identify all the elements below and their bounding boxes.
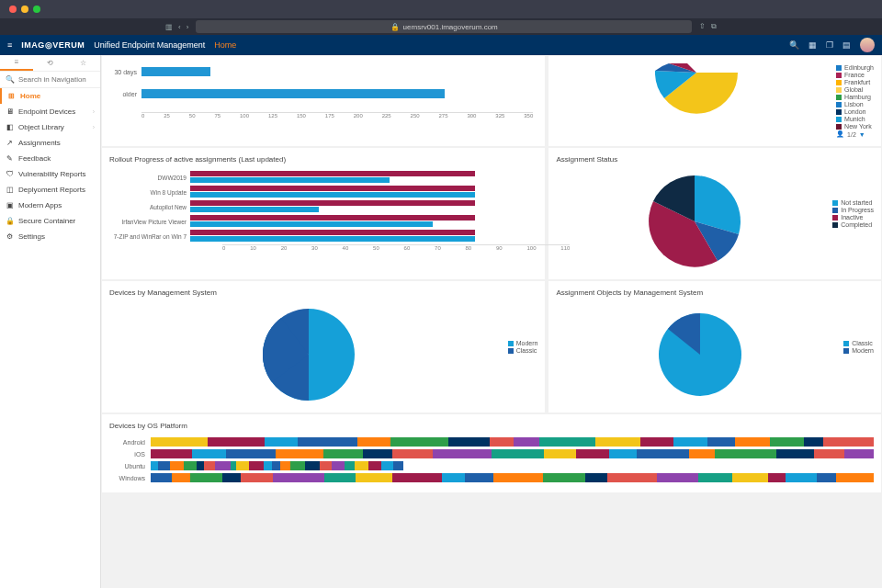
os-row: Windows: [109, 473, 874, 482]
rollout-bar-total: [190, 200, 475, 206]
pie-top-partial: [655, 63, 738, 119]
forward-icon[interactable]: ›: [187, 23, 189, 31]
min-dot[interactable]: [21, 6, 28, 13]
os-bar: [151, 437, 874, 447]
os-label: Windows: [109, 475, 151, 481]
tick: 25: [164, 113, 170, 119]
sidebar: ≡ ⟲ ☆ 🔍 ⊞Home🖥Endpoint Devices›◧Object L…: [0, 55, 101, 588]
max-dot[interactable]: [33, 6, 40, 13]
rollout-row: 7-ZIP and WinRar on Win 7: [109, 230, 537, 243]
legend-pager[interactable]: 👤1/2▼: [836, 130, 874, 138]
rollout-bar-total: [190, 215, 475, 220]
rollout-bar-total: [190, 171, 475, 176]
tick: 0: [222, 245, 225, 251]
nav-icon: ↗: [6, 139, 14, 147]
tick: 50: [373, 245, 379, 251]
tick: 325: [495, 113, 504, 119]
legend-item: Global: [836, 86, 874, 93]
share-icon[interactable]: ⇧: [699, 22, 706, 31]
main-content: 30 days older 02550751001251501752002252…: [101, 55, 882, 588]
pie-assign-status: [644, 171, 745, 272]
tick: 100: [240, 113, 249, 119]
legend-item: Edinburgh: [836, 64, 874, 71]
nav-icon: 🛡: [6, 170, 14, 178]
os-row: Ubuntu: [109, 461, 874, 470]
rollout-bar-total: [190, 230, 475, 235]
rollout-bar-done: [190, 236, 475, 242]
nav-item-home[interactable]: ⊞Home: [0, 88, 100, 104]
sidebar-toggle-icon[interactable]: ▥: [165, 23, 173, 31]
legend-item: London: [836, 108, 874, 115]
nav-item-vulnerability-reports[interactable]: 🛡Vulnerability Reports: [0, 166, 100, 182]
bar-30days: [141, 67, 210, 76]
rollout-bar-done: [190, 192, 475, 198]
nav-item-settings[interactable]: ⚙Settings: [0, 229, 100, 244]
search-icon: 🔍: [6, 75, 15, 84]
close-dot[interactable]: [9, 6, 17, 13]
nav-label: Object Library: [18, 123, 64, 131]
search-icon[interactable]: 🔍: [789, 40, 799, 50]
tabs-icon[interactable]: ⧉: [711, 22, 717, 31]
legend-item: Classic: [508, 347, 538, 354]
nav-label: Modern Apps: [18, 201, 62, 209]
legend-item: Inactive: [832, 214, 874, 220]
chart-age-bars: 30 days older 02550751001251501752002252…: [109, 63, 537, 119]
menu-icon[interactable]: ≡: [7, 40, 12, 50]
nav-item-secure-container[interactable]: 🔒Secure Container: [0, 213, 100, 229]
tick: 175: [325, 113, 334, 119]
chevron-down-icon[interactable]: ▼: [859, 131, 865, 138]
nav-item-assignments[interactable]: ↗Assignments: [0, 135, 100, 151]
sidebar-tab-fav[interactable]: ☆: [67, 55, 100, 71]
nav-icon: ⚙: [6, 232, 14, 241]
macos-traffic-lights: [0, 0, 882, 18]
avatar[interactable]: [860, 38, 875, 52]
rollout-label: Autopilot New: [109, 204, 190, 210]
chevron-right-icon: ›: [93, 108, 95, 115]
back-icon[interactable]: ‹: [178, 23, 181, 31]
rollout-row: DWW2019: [109, 171, 537, 184]
card-top-pie: EdinburghFranceFrankfurtGlobalHamburgLis…: [548, 56, 881, 146]
lock-icon: 🔒: [390, 23, 400, 31]
bar-label: older: [109, 91, 137, 97]
logo: IMAG◎VERUM: [21, 40, 85, 50]
nav-item-endpoint-devices[interactable]: 🖥Endpoint Devices›: [0, 104, 100, 119]
nav-item-object-library[interactable]: ◧Object Library›: [0, 119, 100, 135]
nav-label: Feedback: [18, 154, 51, 163]
nav-icon: ◧: [6, 123, 14, 131]
app-header: ≡ IMAG◎VERUM Unified Endpoint Management…: [0, 35, 882, 55]
os-bar: [151, 473, 874, 482]
card-dev-mgmt: Devices by Management System: [102, 281, 545, 413]
nav-label: Deplyoment Reports: [18, 186, 85, 194]
note-icon[interactable]: ▤: [842, 40, 851, 50]
breadcrumb[interactable]: Home: [214, 40, 236, 50]
sidebar-tab-nav[interactable]: ≡: [0, 55, 33, 71]
grid-icon[interactable]: ▦: [808, 40, 817, 50]
rollout-bar-done: [190, 177, 390, 183]
help-icon[interactable]: ❐: [826, 40, 833, 50]
rollout-row: Autopilot New: [109, 200, 537, 213]
card-obj-mgmt: Assignment Objects by Management System …: [548, 281, 881, 413]
tick: 70: [435, 245, 441, 251]
nav-item-feedback[interactable]: ✎Feedback: [0, 151, 100, 166]
tick: 90: [496, 245, 503, 251]
os-label: iOS: [109, 451, 151, 458]
card-title: Devices by OS Platform: [109, 422, 874, 430]
pie-obj-mgmt: [654, 309, 746, 401]
card-title: Assignment Objects by Management System: [556, 288, 843, 297]
nav-item-modern-apps[interactable]: ▣Modern Apps: [0, 198, 100, 213]
tick: 125: [268, 113, 277, 119]
address-bar[interactable]: 🔒 uemsrv001.imagoverum.com: [196, 20, 692, 33]
chevron-right-icon: ›: [93, 124, 95, 130]
url-text: uemsrv001.imagoverum.com: [403, 23, 498, 31]
pie-dev-mgmt: [258, 304, 359, 405]
nav-search-input[interactable]: [18, 75, 92, 84]
os-label: Ubuntu: [109, 463, 151, 469]
nav-label: Vulnerability Reports: [18, 170, 86, 178]
sidebar-tab-history[interactable]: ⟲: [33, 55, 66, 71]
nav-item-deplyoment-reports[interactable]: ◫Deplyoment Reports: [0, 182, 100, 198]
os-bar: [151, 461, 403, 470]
card-top-bar: 30 days older 02550751001251501752002252…: [102, 56, 545, 146]
rollout-bar-done: [190, 207, 319, 212]
tick: 200: [354, 113, 363, 119]
legend-item: Not started: [832, 199, 874, 206]
